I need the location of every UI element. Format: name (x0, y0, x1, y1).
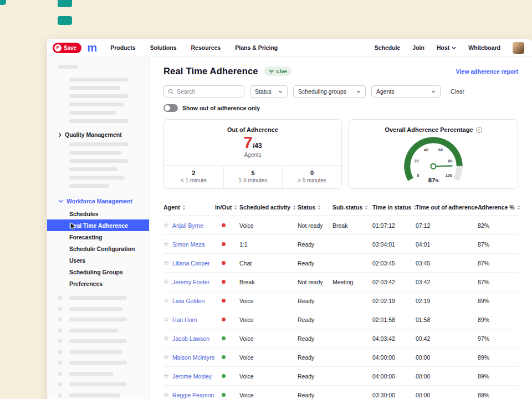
time-out-of-adherence-cell: 00:00 (416, 392, 478, 398)
agent-row: ☆Jeremy FosterBreakNot readyMeeting02:03… (163, 273, 518, 291)
scheduled-activity-cell: Voice (239, 392, 298, 398)
skeleton-bar (69, 372, 114, 376)
star-icon[interactable]: ☆ (163, 335, 169, 342)
column-header-time-in-status[interactable]: Time in status (372, 204, 416, 211)
chevron-down-icon (431, 90, 436, 93)
svg-text:0: 0 (417, 173, 419, 178)
pinterest-save-button[interactable]: P Save (53, 43, 81, 53)
inout-status-dot (222, 336, 226, 340)
time-out-of-adherence-cell: 00:42 (416, 335, 478, 342)
scheduling-groups-dropdown[interactable]: Scheduling groups (293, 85, 366, 98)
agent-name-link[interactable]: Livia Golden (172, 298, 204, 304)
sidebar-item-schedule-configuration[interactable]: Schedule Configuration (47, 243, 149, 254)
time-out-of-adherence-cell: 07:12 (416, 222, 478, 229)
time-in-status-cell: 02:01:58 (372, 316, 416, 323)
agents-dropdown[interactable]: Agents (371, 85, 441, 98)
miro-logo[interactable]: m (87, 42, 97, 53)
column-header-time-out-of-adherence[interactable]: Time out of adherence (416, 204, 478, 211)
agent-name-link[interactable]: Hari Horn (172, 316, 197, 323)
status-dropdown[interactable]: Status (250, 85, 288, 98)
skeleton-bar (69, 78, 129, 81)
star-icon[interactable]: ☆ (163, 391, 169, 398)
skeleton-bar (58, 65, 78, 69)
scheduled-activity-cell: Voice (239, 354, 298, 361)
adherence-pct-cell: 89% (478, 316, 518, 323)
agent-name-link[interactable]: Liliana Cooper (172, 260, 210, 267)
nav-link-join[interactable]: Join (412, 44, 424, 51)
clear-filters-button[interactable]: Clear (451, 88, 464, 95)
scheduled-activity-cell: Voice (239, 373, 298, 380)
info-icon[interactable]: i (476, 127, 482, 133)
star-icon[interactable]: ☆ (163, 297, 169, 304)
star-icon[interactable]: ☆ (163, 241, 169, 248)
status-cell: Ready (298, 354, 332, 361)
column-header-adherence-[interactable]: Adherence % (478, 204, 520, 211)
agent-name-link[interactable]: Maison Mcintyre (172, 354, 214, 361)
section-label: Quality Management (65, 131, 122, 138)
user-avatar[interactable] (513, 42, 524, 54)
sidebar-item-users[interactable]: Users (47, 254, 149, 266)
agent-name-link[interactable]: Simon Meza (172, 241, 204, 248)
column-header-sub-status[interactable]: Sub-status (332, 204, 372, 211)
star-icon[interactable]: ☆ (163, 278, 169, 285)
agent-name-link[interactable]: Jerome Mosley (172, 373, 212, 380)
section-label: Workforce Management (66, 198, 132, 204)
nav-link-resources[interactable]: Resources (191, 44, 221, 51)
nav-link-solutions[interactable]: Solutions (150, 44, 177, 51)
sort-icon[interactable] (517, 205, 520, 210)
sort-icon[interactable] (293, 205, 296, 210)
star-icon[interactable]: ☆ (163, 354, 169, 361)
column-header-agent[interactable]: Agent (163, 204, 215, 211)
skeleton-group-mid (47, 142, 149, 188)
skeleton-bar (69, 103, 124, 106)
nav-link-products[interactable]: Products (110, 44, 136, 51)
sidebar-section-quality-management[interactable]: Quality Management (47, 128, 149, 141)
time-in-status-cell: 03:04:01 (372, 241, 416, 248)
agent-name-link[interactable]: Anjali Byrne (172, 222, 203, 229)
view-adherence-report-link[interactable]: View adherence report (456, 68, 518, 75)
host-label: Host (437, 44, 449, 51)
search-input[interactable] (177, 88, 240, 95)
star-icon[interactable]: ☆ (163, 372, 169, 380)
agent-name-link[interactable]: Jeremy Foster (172, 279, 209, 285)
nav-link-host[interactable]: Host (437, 44, 456, 51)
agent-name-link[interactable]: Jacob Lawson (172, 335, 209, 342)
sort-icon[interactable] (182, 205, 186, 210)
card-title: Overall Adherence Percentage (385, 126, 473, 133)
sidebar-item-preferences[interactable]: Preferences (47, 278, 149, 289)
agent-name-link[interactable]: Reggie Pearson (172, 392, 214, 398)
star-icon[interactable]: ☆ (163, 259, 169, 267)
chevron-down-icon (58, 200, 63, 203)
column-header-scheduled-activity[interactable]: Scheduled activity (239, 204, 298, 211)
agent-row: ☆Simon Meza1:1Ready03:04:0104:0187% (163, 235, 518, 254)
nav-link-whiteboard[interactable]: Whiteboard (468, 44, 500, 51)
star-icon[interactable]: ☆ (163, 316, 169, 323)
agent-row: ☆Hari HornVoiceReady02:01:5801:5889% (163, 310, 518, 329)
sidebar-item-scheduling-groups[interactable]: Scheduling Groups (47, 266, 149, 278)
sort-icon[interactable] (365, 205, 368, 210)
live-label: Live (277, 68, 287, 74)
sidebar-item-real-time-adherence[interactable]: Real Time Adherence (47, 219, 149, 231)
sort-icon[interactable] (318, 205, 321, 210)
sidebar-section-workforce-management[interactable]: Workforce Management (47, 195, 149, 208)
sidebar-item-schedules[interactable]: Schedules (47, 208, 149, 219)
sidebar-item-forecasting[interactable]: Forecasting (47, 231, 149, 243)
column-header-status[interactable]: Status (298, 204, 332, 211)
sort-icon[interactable] (234, 205, 237, 210)
agent-row: ☆Anjali ByrneVoiceNot readyBreak01:07:12… (163, 216, 518, 235)
table-header-row: AgentIn/OutScheduled activityStatusSub-s… (163, 199, 518, 216)
column-header-in-out[interactable]: In/Out (215, 204, 239, 211)
skeleton-bar (69, 119, 129, 123)
table-body: ☆Anjali ByrneVoiceNot readyBreak01:07:12… (163, 216, 518, 399)
out-of-adherence-toggle[interactable] (163, 104, 178, 112)
star-icon[interactable]: ☆ (163, 222, 169, 229)
agent-row: ☆Livia GoldenVoiceReady02:02:1902:1989% (163, 291, 518, 310)
nav-link-schedule[interactable]: Schedule (375, 44, 401, 51)
scheduled-activity-cell: Voice (239, 298, 298, 304)
column-header-label: Sub-status (332, 204, 362, 211)
sidebar-item-label: Real Time Adherence (69, 222, 128, 229)
filter-row: Status Scheduling groups Agents Clear (163, 85, 518, 98)
nav-link-plans-pricing[interactable]: Plans & Pricing (235, 44, 278, 51)
nav-links: Products Solutions Resources Plans & Pri… (110, 44, 278, 51)
adherence-pct-cell: 89% (478, 298, 518, 304)
